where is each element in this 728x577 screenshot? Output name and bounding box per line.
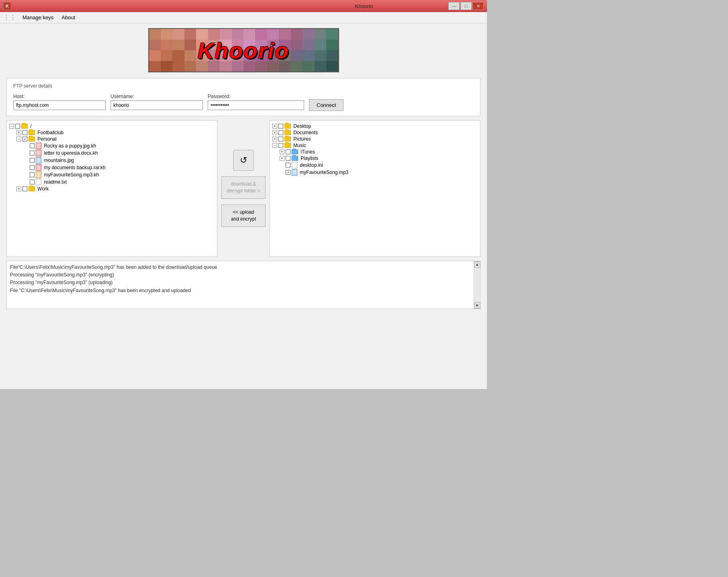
myfav-label: myFavouriteSong.mp3.kh [43, 172, 99, 178]
myfav-file-icon [36, 172, 41, 178]
playlists-item: + Playlists [280, 155, 478, 162]
work-folder-icon [29, 186, 35, 191]
manage-keys-menu[interactable]: Manage keys [19, 13, 57, 22]
log-scrollbar: ▲ ▼ [474, 261, 480, 309]
playlists-folder-icon [292, 156, 298, 161]
desktop-label: Desktop [292, 123, 311, 129]
mydocs-label: my documents backup.rar.kh [43, 165, 106, 170]
logo-container: Khoorio [6, 28, 481, 72]
pictures-checkbox[interactable] [278, 137, 283, 141]
playlists-label: Playlists [299, 156, 318, 161]
tree-level1: + Footballclub − ✓ Personal [9, 129, 215, 192]
title-buttons: — □ ✕ [448, 2, 484, 10]
footballclub-checkbox[interactable] [22, 130, 27, 135]
letter-checkbox[interactable] [30, 151, 35, 156]
documents-checkbox[interactable] [278, 130, 283, 135]
scroll-up-button[interactable]: ▲ [474, 261, 481, 268]
desktop-expand[interactable]: + [272, 124, 277, 129]
maximize-button[interactable]: □ [460, 2, 472, 10]
root-folder-icon [21, 124, 28, 129]
log-panel: File"C:\Users\Felix\Music\myFavouriteSon… [6, 261, 481, 309]
mountains-item: mountains.jpg [24, 157, 215, 164]
logo-cell [161, 29, 172, 40]
menu-dots-icon: ⋮⋮ [3, 14, 16, 21]
logo-cell [291, 40, 303, 51]
desktop-item: + Desktop [272, 123, 478, 129]
work-checkbox[interactable] [22, 186, 27, 191]
itunes-checkbox[interactable] [286, 149, 290, 154]
connect-button[interactable]: Connect [309, 99, 344, 111]
work-expand[interactable]: + [16, 186, 21, 191]
logo-cell [326, 40, 338, 51]
upload-encrypt-button[interactable]: << uploadand encrypt [221, 205, 266, 227]
root-checkbox[interactable] [15, 124, 20, 129]
right-panel: + Desktop + Documents + Pictures [270, 120, 481, 257]
personal-expand[interactable]: − [16, 137, 21, 141]
pictures-item: + Pictures [272, 136, 478, 142]
myfav-item: myFavouriteSong.mp3.kh [24, 171, 215, 178]
work-item: + Work [16, 186, 215, 192]
myfavmp3-checkbox[interactable]: ✓ [286, 170, 290, 175]
title-bar: K Khoorio — □ ✕ [0, 0, 487, 12]
pictures-expand[interactable]: + [272, 137, 277, 141]
footballclub-item: + Footballclub [16, 129, 215, 136]
mydocs-file-icon [36, 164, 41, 171]
panels-row: − / + Footballclub − ✓ Personal [6, 120, 481, 257]
logo-cell [184, 40, 196, 51]
music-checkbox[interactable] [278, 143, 283, 148]
myfavmp3-label: myFavouriteSong.mp3 [299, 170, 348, 175]
itunes-item: + iTunes [280, 149, 478, 155]
logo-cell [303, 61, 314, 72]
playlists-checkbox[interactable] [286, 156, 290, 161]
logo-cell [326, 61, 338, 72]
root-expand[interactable]: − [9, 124, 14, 129]
footballclub-label: Footballclub [36, 130, 63, 135]
music-expand[interactable]: − [272, 143, 277, 148]
username-label: Username: [110, 94, 203, 99]
pictures-folder-icon [284, 137, 291, 141]
mydocs-checkbox[interactable] [30, 165, 35, 170]
itunes-label: iTunes [299, 149, 315, 155]
mountains-file-icon [36, 157, 41, 164]
myfav-checkbox[interactable] [30, 172, 35, 177]
username-input[interactable] [110, 100, 203, 110]
log-line-1: File"C:\Users\Felix\Music\myFavouriteSon… [10, 264, 470, 271]
logo-cell [172, 40, 184, 51]
footballclub-expand[interactable]: + [16, 130, 21, 135]
left-panel: − / + Footballclub − ✓ Personal [6, 120, 217, 257]
about-menu[interactable]: About [58, 13, 78, 22]
log-line-2: Processing "myFavouriteSong.mp3" (encryp… [10, 271, 470, 279]
rocky-checkbox[interactable] [30, 143, 35, 148]
refresh-button[interactable]: ↺ [233, 150, 254, 171]
music-children: + iTunes + Playlists deskt [272, 149, 478, 176]
itunes-expand[interactable]: + [280, 149, 284, 154]
scroll-track[interactable] [474, 268, 480, 302]
host-input[interactable] [13, 100, 106, 110]
download-decrypt-button[interactable]: download &decrypt folder > [221, 176, 266, 199]
close-button[interactable]: ✕ [472, 2, 484, 10]
tree-root: − / [9, 123, 215, 129]
readme-checkbox[interactable] [30, 180, 35, 184]
logo-text: Khoorio [198, 37, 290, 63]
desktop-checkbox[interactable] [278, 124, 283, 129]
ftp-section-title: FTP server details [13, 83, 474, 89]
playlists-expand[interactable]: + [280, 156, 284, 161]
desktopini-checkbox[interactable] [286, 163, 290, 168]
personal-label: Personal [36, 136, 57, 142]
scroll-down-button[interactable]: ▼ [474, 302, 481, 309]
minimize-button[interactable]: — [448, 2, 460, 10]
host-label: Host: [13, 94, 106, 99]
documents-folder-icon [284, 130, 291, 135]
logo-cell [149, 40, 161, 51]
mountains-checkbox[interactable] [30, 158, 35, 163]
itunes-folder-icon [292, 149, 298, 154]
myfavmp3-file-icon [292, 169, 297, 176]
personal-checkbox[interactable]: ✓ [22, 137, 27, 141]
log-line-3: Processing "myFavouriteSong.mp3" (upload… [10, 279, 470, 286]
logo-cell [172, 50, 184, 61]
documents-expand[interactable]: + [272, 130, 277, 135]
password-input[interactable] [208, 100, 304, 110]
readme-label: readme.txt [43, 179, 67, 185]
desktopini-label: desktop.ini [299, 162, 323, 168]
log-content: File"C:\Users\Felix\Music\myFavouriteSon… [7, 261, 474, 309]
